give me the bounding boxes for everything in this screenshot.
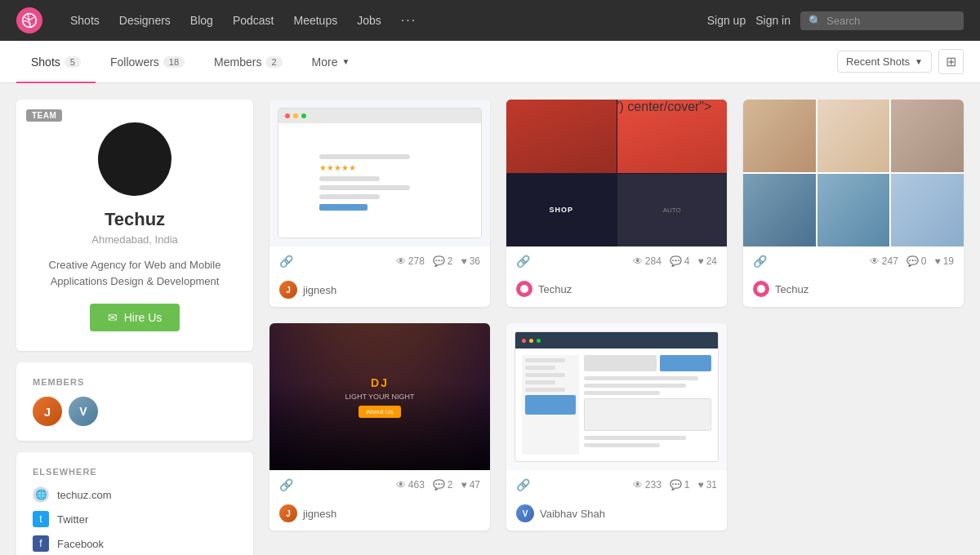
tab-more[interactable]: More ▼	[297, 42, 365, 83]
elsewhere-facebook[interactable]: f Facebook	[33, 535, 237, 552]
concert-title: DJ	[345, 376, 414, 389]
nav-more[interactable]: ···	[393, 8, 425, 33]
comment-icon-3: 💬	[906, 255, 919, 267]
link-icon-3[interactable]: 🔗	[753, 255, 767, 268]
twitter-label: Twitter	[57, 513, 88, 526]
globe-icon: 🌐	[33, 486, 49, 503]
author-avatar-2[interactable]	[516, 281, 532, 297]
comments-count-3: 0	[921, 255, 927, 267]
link-icon-4[interactable]: 🔗	[279, 478, 293, 491]
link-icon-5[interactable]: 🔗	[516, 478, 530, 491]
signin-link[interactable]: Sign in	[755, 14, 791, 27]
shot-thumb-4: DJ LIGHT YOUR NIGHT About Us	[270, 323, 490, 470]
search-box: 🔍	[800, 11, 964, 30]
profile-name: Techuz	[33, 209, 237, 230]
signup-link[interactable]: Sign up	[707, 14, 746, 27]
nav-designers[interactable]: Designers	[111, 9, 179, 32]
comment-icon: 💬	[433, 255, 445, 267]
author-name-1[interactable]: jignesh	[303, 284, 336, 296]
shot-thumb-1: ★★★★★	[270, 100, 490, 246]
tab-members[interactable]: Members 2	[199, 42, 296, 83]
browser-mockup: ★★★★★	[278, 108, 482, 238]
tab-shots[interactable]: Shots 5	[16, 42, 96, 83]
concert-subtitle: LIGHT YOUR NIGHT	[345, 393, 414, 401]
sort-dropdown[interactable]: Recent Shots ▼	[837, 51, 932, 73]
sort-chevron-icon: ▼	[915, 57, 923, 66]
comments-count: 2	[448, 255, 453, 267]
eye-icon-2: 👁	[633, 255, 643, 267]
author-avatar-3[interactable]	[753, 281, 769, 297]
author-name-3[interactable]: Techuz	[775, 283, 808, 295]
shot-meta-2: 🔗 👁284 💬4 ♥24	[506, 246, 727, 276]
grid-toggle-button[interactable]: ⊞	[938, 49, 964, 74]
views-count-4: 463	[408, 479, 425, 491]
nav-jobs[interactable]: Jobs	[349, 9, 390, 32]
tab-followers[interactable]: Followers 18	[96, 42, 199, 83]
nav-meetups[interactable]: Meetups	[285, 9, 345, 32]
likes-count-5: 31	[706, 479, 717, 491]
members-section: MEMBERS J V	[16, 362, 253, 441]
likes-count: 36	[470, 255, 480, 267]
shot-card-1[interactable]: ★★★★★ 🔗	[270, 100, 490, 307]
shot-stats-1: 👁 278 💬 2 ♥ 36	[396, 255, 480, 267]
tab-followers-label: Followers	[110, 56, 159, 69]
chevron-down-icon: ▼	[341, 57, 350, 66]
eye-icon-5: 👁	[633, 479, 643, 491]
facebook-icon: f	[33, 535, 49, 552]
shot-thumb-5	[506, 323, 727, 470]
author-avatar-4[interactable]: J	[279, 504, 297, 522]
link-icon[interactable]: 🔗	[279, 255, 293, 268]
shot-footer-1: J jignesh	[270, 276, 490, 307]
logo-cross-icon	[120, 144, 149, 174]
nav-shots[interactable]: Shots	[62, 9, 108, 32]
author-name-5[interactable]: Vaibhav Shah	[540, 508, 605, 520]
tab-members-count: 2	[265, 56, 282, 68]
twitter-icon: t	[33, 511, 49, 527]
shot-card-3[interactable]: 🔗 👁247 💬0 ♥19 Techuz	[743, 100, 964, 307]
avatar	[98, 122, 172, 196]
brand-logo[interactable]	[16, 7, 42, 33]
author-avatar-1[interactable]: J	[279, 281, 297, 299]
hire-us-button[interactable]: ✉ Hire Us	[90, 304, 180, 331]
likes-count-4: 47	[470, 479, 480, 491]
nav-podcast[interactable]: Podcast	[225, 9, 283, 32]
views-stat: 👁 278	[396, 255, 425, 267]
shot-card-5[interactable]: 🔗 👁233 💬1 ♥31 V Vaibhav Shah	[506, 323, 727, 531]
main-content: TEAM Techuz Ahmedabad, India Creative Ag…	[0, 83, 980, 555]
comments-count-5: 1	[684, 479, 690, 491]
likes-stat: ♥ 36	[461, 255, 480, 267]
heart-icon-2: ♥	[698, 255, 704, 267]
facebook-label: Facebook	[57, 538, 104, 550]
shot-thumb-2: ') center/cover"> SHOP AUTO	[506, 100, 727, 246]
shot-stats-4: 👁463 💬2 ♥47	[396, 479, 480, 491]
dribbble-icon	[16, 7, 42, 33]
elsewhere-twitter[interactable]: t Twitter	[33, 511, 237, 527]
author-avatar-5[interactable]: V	[516, 504, 534, 522]
comment-icon-5: 💬	[670, 479, 682, 491]
elsewhere-title: ELSEWHERE	[33, 467, 237, 477]
search-input[interactable]	[826, 15, 956, 27]
comments-stat: 💬 2	[433, 255, 453, 267]
members-title: MEMBERS	[33, 377, 237, 387]
nav-blog[interactable]: Blog	[182, 9, 221, 32]
views-count: 278	[408, 255, 425, 267]
sort-label: Recent Shots	[846, 56, 910, 68]
shot-footer-4: J jignesh	[270, 500, 490, 531]
member-avatar-2[interactable]: V	[69, 397, 98, 426]
shot-meta-5: 🔗 👁233 💬1 ♥31	[506, 470, 727, 500]
shot-card-4[interactable]: DJ LIGHT YOUR NIGHT About Us 🔗 👁463 💬2 ♥…	[270, 323, 490, 531]
eye-icon-4: 👁	[396, 479, 406, 491]
eye-icon-3: 👁	[870, 255, 880, 267]
author-name-4[interactable]: jignesh	[303, 508, 336, 520]
views-count-3: 247	[882, 255, 898, 267]
author-name-2[interactable]: Techuz	[538, 283, 572, 295]
shot-card-2[interactable]: ') center/cover"> SHOP AUTO 🔗 👁284	[506, 100, 727, 307]
tab-shots-label: Shots	[31, 56, 60, 69]
member-avatar-jignesh[interactable]: J	[33, 397, 62, 426]
elsewhere-website[interactable]: 🌐 techuz.com	[33, 486, 237, 503]
shot-thumb-3	[743, 100, 964, 246]
tab-shots-count: 5	[65, 56, 81, 68]
grid-icon: ⊞	[946, 54, 956, 69]
link-icon-2[interactable]: 🔗	[516, 255, 530, 268]
tabs-controls: Recent Shots ▼ ⊞	[837, 49, 964, 74]
